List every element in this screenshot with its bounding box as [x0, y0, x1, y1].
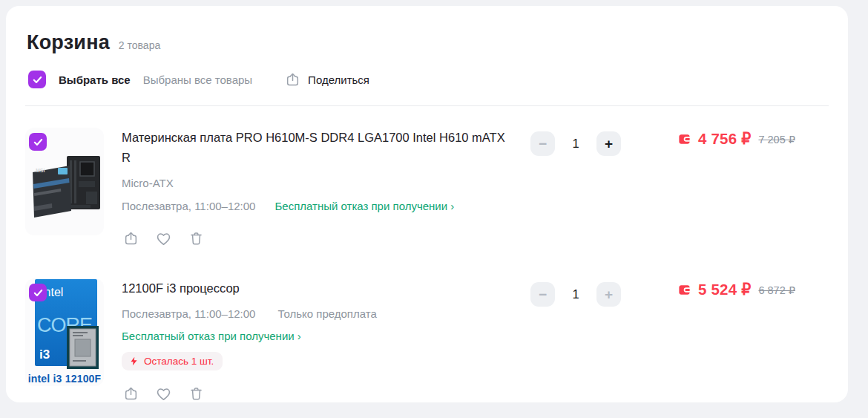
divider [25, 105, 829, 106]
stock-badge-label: Осталась 1 шт. [144, 356, 214, 367]
increase-quantity-button[interactable]: + [596, 131, 621, 156]
payment-note: Только предоплата [277, 307, 376, 320]
cart-item-row: intel CORE i3 intel i3 12100F 12100F i3 … [25, 278, 829, 402]
remove-button[interactable] [187, 385, 205, 402]
share-icon [123, 231, 139, 246]
page-title: Корзина [27, 31, 110, 54]
items-count: 2 товара [119, 39, 160, 51]
product-image[interactable]: intel CORE i3 intel i3 12100F [25, 278, 104, 386]
delivery-info: Послезавтра, 11:00–12:00 [122, 307, 255, 320]
remove-button[interactable] [187, 229, 205, 247]
select-all-label[interactable]: Выбрать все [59, 74, 131, 86]
free-return-link[interactable]: Бесплатный отказ при получении › [274, 200, 454, 212]
stock-badge: Осталась 1 шт. [122, 352, 223, 370]
price-block: 4 756 ₽ 7 205 ₽ [660, 130, 829, 247]
share-icon [123, 386, 139, 402]
decrease-quantity-button[interactable]: − [530, 131, 555, 156]
share-icon [285, 72, 300, 88]
svg-text:i3: i3 [39, 347, 50, 362]
quantity-value: 1 [555, 287, 596, 301]
quantity-stepper: − 1 + [530, 282, 642, 402]
share-item-button[interactable] [122, 385, 139, 402]
cart-panel: Корзина 2 товара Выбрать все Выбраны все… [6, 6, 848, 402]
trash-icon [188, 231, 204, 246]
heart-icon [155, 230, 172, 247]
item-checkbox[interactable] [29, 284, 47, 301]
heart-icon [155, 385, 172, 402]
check-icon [33, 287, 44, 298]
svg-text:MSI: MSI [36, 168, 45, 173]
wallet-icon [677, 132, 691, 146]
item-checkbox[interactable] [29, 133, 47, 151]
cart-item-row: MSI Материнская плата PRO H610M-S DDR4 L… [25, 128, 829, 247]
delivery-info: Послезавтра, 11:00–12:00 [122, 200, 255, 212]
product-variant: Micro-ATX [122, 177, 513, 189]
toolbar: Выбрать все Выбраны все товары Поделитьс… [28, 71, 829, 88]
product-info: Материнская плата PRO H610M-S DDR4 LGA17… [122, 128, 513, 247]
current-price: 4 756 ₽ [698, 130, 751, 148]
product-info: 12100F i3 процессор Послезавтра, 11:00–1… [122, 278, 513, 402]
selection-status: Выбраны все товары [143, 74, 252, 86]
old-price: 7 205 ₽ [758, 134, 795, 146]
quantity-stepper: − 1 + [530, 131, 642, 247]
increase-quantity-button-disabled[interactable]: + [596, 282, 621, 307]
favorite-button[interactable] [154, 385, 172, 402]
decrease-quantity-button[interactable]: − [530, 282, 555, 307]
wallet-icon [677, 283, 691, 297]
current-price: 5 524 ₽ [698, 281, 751, 298]
cart-header: Корзина 2 товара [27, 31, 829, 54]
price-block: 5 524 ₽ 6 872 ₽ [660, 281, 829, 402]
share-item-button[interactable] [122, 229, 139, 247]
check-icon [33, 137, 44, 148]
item-actions [122, 385, 513, 402]
item-actions [122, 229, 513, 247]
free-return-link[interactable]: Бесплатный отказ при получении › [122, 330, 513, 342]
quantity-value: 1 [555, 137, 596, 151]
lightning-icon [129, 356, 139, 367]
check-icon [32, 74, 43, 85]
old-price: 6 872 ₽ [758, 284, 795, 296]
product-title[interactable]: Материнская плата PRO H610M-S DDR4 LGA17… [122, 128, 513, 168]
product-title[interactable]: 12100F i3 процессор [122, 278, 513, 298]
share-cart-button[interactable]: Поделиться [285, 72, 369, 88]
product-image-caption: intel i3 12100F [25, 373, 104, 385]
favorite-button[interactable] [154, 229, 172, 247]
product-image[interactable]: MSI [25, 128, 104, 235]
trash-icon [188, 386, 204, 402]
share-label: Поделиться [308, 74, 369, 86]
select-all-checkbox[interactable] [28, 71, 46, 88]
